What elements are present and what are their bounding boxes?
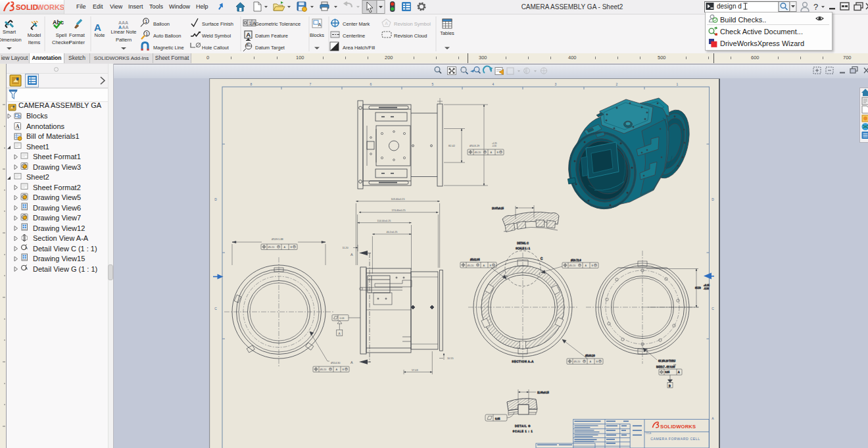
svg-text:Format: Format	[69, 32, 85, 38]
svg-text:SCALE 1 : 1: SCALE 1 : 1	[516, 247, 531, 250]
svg-text:1: 1	[145, 32, 148, 36]
svg-text:SOLID: SOLID	[16, 3, 38, 11]
svg-text:SECTION A-A: SECTION A-A	[512, 360, 533, 363]
svg-text:A: A	[318, 22, 322, 28]
svg-text:82.42: 82.42	[448, 144, 456, 147]
svg-text:A: A	[246, 31, 251, 38]
svg-text:Hole Callout: Hole Callout	[202, 45, 229, 51]
svg-text:D: D	[214, 197, 217, 201]
svg-text:Area Hatch/Fill: Area Hatch/Fill	[343, 45, 375, 51]
svg-text:40.2±0.25: 40.2±0.25	[387, 231, 398, 234]
svg-text:Ø13.72.6: Ø13.72.6	[571, 259, 581, 262]
svg-text:114.00±0.25: 114.00±0.25	[377, 220, 391, 222]
svg-text:.1: .1	[248, 21, 252, 26]
svg-text:Note: Note	[95, 32, 105, 38]
svg-text:7: 7	[310, 82, 312, 86]
svg-text:Weld Symbol: Weld Symbol	[202, 33, 231, 39]
svg-text:WORKS: WORKS	[37, 3, 64, 11]
svg-text:85.50: 85.50	[695, 287, 701, 289]
svg-text:A: A	[94, 22, 101, 33]
svg-text:?: ?	[813, 2, 818, 12]
svg-text:A: A	[16, 124, 20, 130]
svg-text:2: 2	[616, 82, 618, 86]
svg-text:1: 1	[677, 82, 679, 86]
svg-text:11.20: 11.20	[342, 247, 348, 249]
svg-text:TITLE:: TITLE:	[646, 432, 652, 435]
svg-text:D: D	[711, 197, 714, 201]
svg-text:174.40±0.25: 174.40±0.25	[391, 209, 405, 212]
svg-text:0.05: 0.05	[495, 418, 500, 420]
svg-text:Tables: Tables	[440, 30, 454, 36]
svg-text:Geometric Tolerance: Geometric Tolerance	[255, 21, 301, 27]
svg-text:Datum Target: Datum Target	[255, 45, 285, 51]
svg-text:9X Ø3.20 THRU: 9X Ø3.20 THRU	[658, 360, 676, 362]
svg-text:DETAIL G: DETAIL G	[515, 424, 531, 428]
svg-text:design d: design d	[717, 3, 742, 10]
svg-text:DETAIL C: DETAIL C	[517, 241, 529, 245]
svg-text:A1: A1	[247, 43, 251, 46]
svg-text:Auto Balloon: Auto Balloon	[153, 33, 181, 39]
svg-text:C: C	[214, 307, 217, 311]
svg-text:Blocks: Blocks	[310, 32, 324, 38]
svg-text:SCALE 1 : 1: SCALE 1 : 1	[513, 430, 533, 433]
svg-text:Ø140.20: Ø140.20	[585, 355, 595, 357]
svg-text:3: 3	[555, 82, 557, 86]
svg-text:Datum Feature: Datum Feature	[255, 33, 288, 39]
svg-text:-0.30: -0.30	[492, 145, 496, 147]
svg-text:1: 1	[145, 19, 147, 24]
svg-text:A: A	[350, 253, 353, 257]
svg-text:C: C	[711, 307, 714, 311]
svg-text:Magnetic Line: Magnetic Line	[153, 45, 184, 51]
svg-text:Pattern: Pattern	[116, 37, 132, 43]
svg-text:Linear Note: Linear Note	[111, 29, 137, 35]
svg-text:A: A	[350, 361, 353, 364]
svg-text:5: 5	[432, 82, 434, 86]
svg-text:Balloon: Balloon	[153, 21, 170, 27]
svg-text:Ø114.30: Ø114.30	[331, 362, 340, 364]
svg-text:4: 4	[493, 82, 494, 86]
svg-text:CAMERA FORWARD CELL: CAMERA FORWARD CELL	[650, 437, 700, 441]
svg-text:0.05: 0.05	[665, 371, 670, 374]
svg-text:10.55: 10.55	[447, 357, 454, 360]
svg-text:Ø139.5.88: Ø139.5.88	[272, 238, 283, 241]
svg-text:Ø142.35: Ø142.35	[470, 259, 480, 261]
svg-text:A: A	[385, 21, 388, 26]
svg-text:Ø103.29: Ø103.29	[470, 144, 480, 147]
svg-text:Revision Symbol: Revision Symbol	[394, 21, 431, 27]
svg-text:Checker: Checker	[52, 39, 70, 45]
svg-text:+0.35: +0.35	[704, 284, 710, 287]
svg-text:8: 8	[251, 82, 253, 86]
svg-text:Model: Model	[28, 32, 41, 38]
svg-text:A: A	[339, 332, 341, 336]
svg-text:B: B	[669, 384, 671, 387]
svg-text:57.03: 57.03	[412, 369, 418, 372]
svg-text:M4X0.7 - 6H 0.80: M4X0.7 - 6H 0.80	[656, 366, 675, 368]
svg-text:Painter: Painter	[69, 39, 85, 45]
svg-text:11.60±0.15: 11.60±0.15	[537, 391, 549, 394]
svg-text:Dimension: Dimension	[0, 37, 22, 43]
svg-text:13.97±0.15: 13.97±0.15	[492, 207, 504, 210]
svg-text:Surface Finish: Surface Finish	[202, 21, 233, 27]
svg-text:Center Mark: Center Mark	[343, 21, 370, 27]
svg-text:AAA: AAA	[118, 20, 128, 25]
svg-text:Spell: Spell	[56, 32, 67, 38]
svg-text:Items: Items	[28, 39, 41, 45]
svg-text:SOLIDWORKS: SOLIDWORKS	[660, 424, 696, 430]
svg-text:6: 6	[370, 82, 372, 86]
svg-text:-0.30: -0.30	[704, 287, 709, 290]
svg-text:Smart: Smart	[3, 29, 16, 35]
svg-text:Revision Cloud: Revision Cloud	[394, 33, 427, 39]
svg-text:Centerline: Centerline	[343, 33, 365, 39]
svg-text:0.06: 0.06	[340, 317, 345, 320]
svg-text:103.40±0.15: 103.40±0.15	[391, 198, 404, 201]
